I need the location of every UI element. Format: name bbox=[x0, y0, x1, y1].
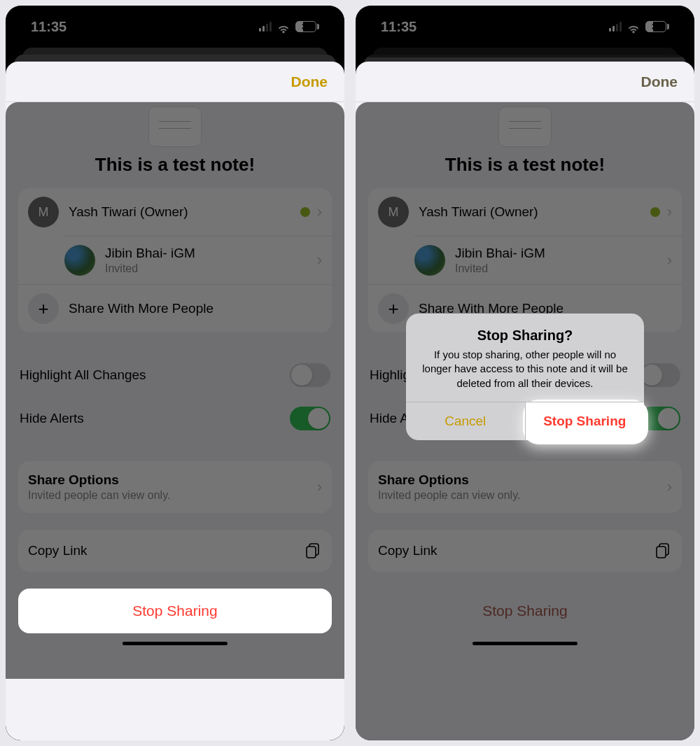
alert-buttons: Cancel Stop Sharing bbox=[406, 402, 644, 440]
owner-row[interactable]: M Yash Tiwari (Owner) › bbox=[18, 188, 332, 236]
invited-status: Invited bbox=[105, 262, 317, 275]
chevron-right-icon: › bbox=[667, 478, 672, 496]
owner-avatar: M bbox=[378, 197, 409, 227]
chevron-right-icon: › bbox=[667, 251, 672, 269]
share-options-card: Share Options Invited people can view on… bbox=[18, 461, 332, 513]
stop-sharing-alert: Stop Sharing? If you stop sharing, other… bbox=[406, 314, 644, 440]
copy-link-card: Copy Link bbox=[368, 530, 682, 572]
invited-name: Jibin Bhai- iGM bbox=[105, 246, 317, 261]
copy-link-label: Copy Link bbox=[378, 543, 654, 558]
share-options-sub: Invited people can view only. bbox=[28, 489, 317, 502]
share-options-card: Share Options Invited people can view on… bbox=[368, 461, 682, 513]
done-button[interactable]: Done bbox=[641, 73, 678, 90]
share-options-sub: Invited people can view only. bbox=[378, 489, 667, 502]
phone-left: 11:35 35 Done This is a test note! M bbox=[6, 6, 344, 740]
stop-sharing-button[interactable]: Stop Sharing bbox=[368, 589, 682, 633]
invited-name: Jibin Bhai- iGM bbox=[455, 246, 667, 261]
home-indicator[interactable] bbox=[122, 642, 227, 645]
sheet-stack: Done This is a test note! M Yash Tiwari … bbox=[6, 48, 344, 740]
phone-right: 11:35 35 Done This is a test note! M bbox=[356, 6, 694, 740]
wifi-icon bbox=[277, 22, 290, 31]
status-icons: 35 bbox=[609, 21, 669, 32]
home-indicator[interactable] bbox=[472, 642, 578, 645]
owner-avatar: M bbox=[28, 197, 59, 227]
battery-icon: 35 bbox=[645, 21, 669, 32]
status-bar: 11:35 35 bbox=[356, 6, 694, 48]
share-options-title: Share Options bbox=[378, 472, 667, 488]
copy-link-card: Copy Link bbox=[18, 530, 332, 572]
sheet-navbar: Done bbox=[356, 62, 694, 102]
invited-row[interactable]: Jibin Bhai- iGM Invited › bbox=[64, 236, 332, 284]
battery-icon: 35 bbox=[295, 21, 319, 32]
alert-confirm-label: Stop Sharing bbox=[543, 414, 626, 428]
copy-icon bbox=[304, 542, 322, 560]
stop-sharing-button[interactable]: Stop Sharing bbox=[18, 589, 332, 633]
chevron-right-icon: › bbox=[317, 203, 322, 221]
clock: 11:35 bbox=[381, 19, 416, 35]
alert-confirm-button[interactable]: Stop Sharing bbox=[526, 402, 645, 440]
copy-link-row[interactable]: Copy Link bbox=[18, 530, 332, 572]
done-button[interactable]: Done bbox=[291, 73, 328, 90]
hide-alerts-toggle[interactable] bbox=[290, 407, 330, 430]
highlight-changes-row: Highlight All Changes bbox=[6, 353, 344, 397]
chevron-right-icon: › bbox=[317, 478, 322, 496]
status-bar: 11:35 35 bbox=[6, 6, 344, 48]
hide-alerts-row: Hide Alerts bbox=[6, 397, 344, 440]
note-icon bbox=[148, 106, 202, 147]
presence-dot-icon bbox=[300, 207, 310, 217]
status-icons: 35 bbox=[259, 21, 319, 32]
share-options-row[interactable]: Share Options Invited people can view on… bbox=[18, 461, 332, 513]
sheet-body: This is a test note! M Yash Tiwari (Owne… bbox=[6, 102, 344, 740]
clock: 11:35 bbox=[31, 19, 66, 35]
chevron-right-icon: › bbox=[667, 203, 672, 221]
hide-alerts-label: Hide Alerts bbox=[20, 411, 84, 426]
settings-section: Highlight All Changes Hide Alerts bbox=[6, 353, 344, 440]
highlight-toggle[interactable] bbox=[640, 363, 680, 387]
svg-rect-3 bbox=[657, 547, 666, 558]
copy-icon bbox=[654, 542, 672, 560]
alert-message: If you stop sharing, other people will n… bbox=[421, 348, 629, 390]
note-icon bbox=[498, 106, 552, 147]
note-title: This is a test note! bbox=[6, 154, 344, 176]
highlight-label: Highlight All Changes bbox=[20, 367, 146, 383]
plus-icon: + bbox=[28, 293, 59, 324]
alert-title: Stop Sharing? bbox=[421, 328, 629, 344]
share-options-title: Share Options bbox=[28, 472, 317, 488]
presence-dot-icon bbox=[650, 207, 660, 217]
alert-cancel-button[interactable]: Cancel bbox=[406, 402, 526, 440]
people-card: M Yash Tiwari (Owner) › Jibin Bhai- iGM … bbox=[18, 188, 332, 332]
invited-avatar bbox=[64, 245, 95, 276]
share-more-row[interactable]: + Share With More People bbox=[18, 284, 332, 332]
owner-name: Yash Tiwari (Owner) bbox=[69, 204, 300, 220]
invited-row[interactable]: Jibin Bhai- iGM Invited › bbox=[414, 236, 682, 284]
share-sheet: Done This is a test note! M Yash Tiwari … bbox=[6, 62, 344, 740]
cellular-icon bbox=[609, 22, 622, 31]
share-more-label: Share With More People bbox=[69, 301, 322, 316]
chevron-right-icon: › bbox=[317, 251, 322, 269]
people-card: M Yash Tiwari (Owner) › Jibin Bhai- iGM … bbox=[368, 188, 682, 332]
wifi-icon bbox=[627, 22, 640, 31]
owner-row[interactable]: M Yash Tiwari (Owner) › bbox=[368, 188, 682, 236]
note-title: This is a test note! bbox=[356, 154, 694, 176]
copy-link-label: Copy Link bbox=[28, 543, 304, 558]
plus-icon: + bbox=[378, 293, 409, 324]
invited-status: Invited bbox=[455, 262, 667, 275]
invited-avatar bbox=[414, 245, 445, 276]
highlight-toggle[interactable] bbox=[290, 363, 330, 387]
sheet-navbar: Done bbox=[6, 62, 344, 102]
owner-name: Yash Tiwari (Owner) bbox=[419, 204, 650, 220]
share-options-row[interactable]: Share Options Invited people can view on… bbox=[368, 461, 682, 513]
copy-link-row[interactable]: Copy Link bbox=[368, 530, 682, 572]
cellular-icon bbox=[259, 22, 272, 31]
svg-rect-1 bbox=[307, 547, 316, 558]
